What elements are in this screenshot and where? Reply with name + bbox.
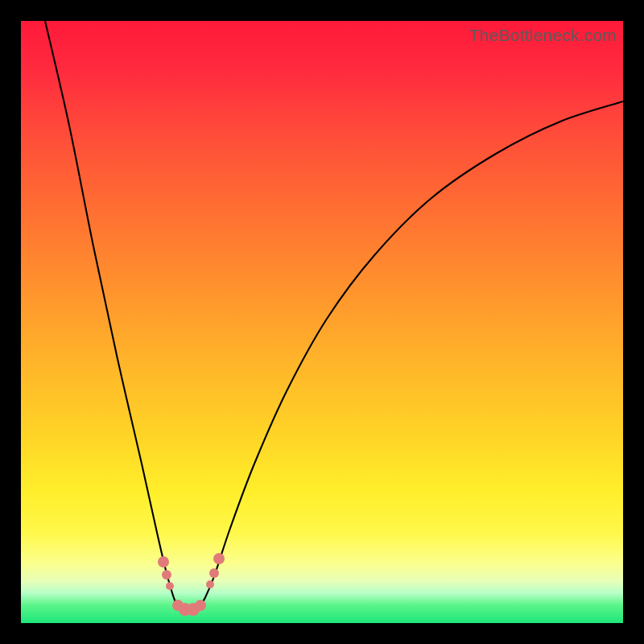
chart-frame: TheBottleneck.com — [0, 0, 644, 644]
bead-group — [158, 553, 225, 616]
bead-marker — [166, 582, 174, 590]
bead-marker — [209, 568, 219, 578]
bead-marker — [213, 553, 225, 564]
bottleneck-curve — [45, 21, 623, 612]
bead-marker — [206, 580, 214, 588]
bead-marker — [195, 600, 206, 611]
curve-layer — [21, 21, 623, 623]
bead-marker — [158, 556, 169, 568]
plot-area: TheBottleneck.com — [21, 21, 623, 623]
bead-marker — [162, 570, 171, 580]
